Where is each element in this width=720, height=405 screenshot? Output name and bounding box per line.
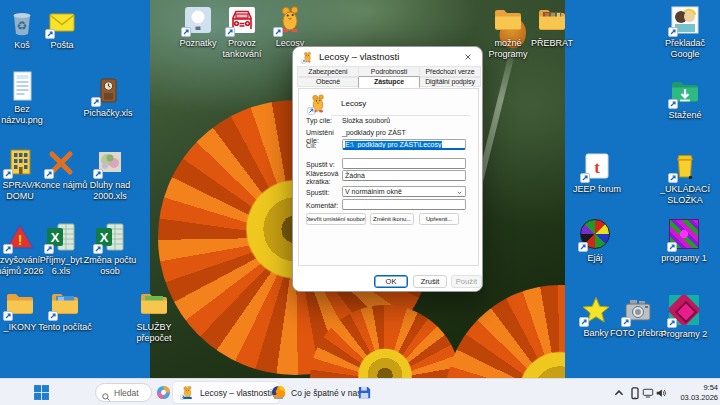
tray-device-icon[interactable]: [629, 387, 641, 399]
copilot-button[interactable]: [156, 385, 171, 400]
run-label: Spustit:: [306, 189, 342, 197]
hotkey-input[interactable]: Žádná: [342, 170, 466, 181]
advanced-button[interactable]: Upřesnit...: [419, 213, 459, 225]
target-input[interactable]: E:\_podklady pro ZÁST\Lecosy: [342, 139, 466, 150]
orange-flower-bottom-right: [445, 285, 565, 378]
target-type-label: Typ cíle:: [306, 117, 342, 125]
desktop-icon-zmena-poctu[interactable]: XZměna počtuosob: [78, 221, 142, 276]
target-location-value: _podklady pro ZÁST: [342, 129, 406, 136]
tray-network-icon[interactable]: [642, 387, 654, 399]
icon-label: Programy 2: [652, 329, 716, 340]
start-button[interactable]: [33, 384, 50, 401]
start-in-label: Spustit v:: [306, 161, 342, 169]
run-select-value: V normálním okně: [345, 188, 402, 195]
shortcut-arrow-icon: [93, 169, 103, 179]
icon-label: Změna počtuosob: [78, 255, 142, 276]
svg-text:!: !: [18, 232, 23, 248]
money-icon: [94, 146, 126, 178]
firefox-icon: [271, 385, 286, 400]
apply-button[interactable]: Použít: [451, 275, 482, 288]
clock[interactable]: 9:54 03.03.2026: [664, 383, 718, 402]
desktop-icon-dluhy[interactable]: Dluhy nad2000.xls: [78, 146, 142, 201]
faces-icon: [669, 4, 701, 36]
desktop-icon-programy-2[interactable]: Programy 2: [652, 294, 716, 340]
tab-strip: Zabezpečení Podrobnosti Předchozí verze …: [297, 66, 480, 87]
dialog-titlebar[interactable]: Lecosy – vlastnosti: [293, 47, 482, 66]
desktop-icon-posta[interactable]: Pošta: [30, 6, 94, 51]
icon-label: Pošta: [30, 40, 94, 51]
target-label: Cíl:: [306, 142, 342, 150]
shortcut-arrow-icon: [3, 311, 13, 321]
shortcut-arrow-icon: [48, 311, 58, 321]
ok-button[interactable]: OK: [374, 275, 408, 288]
folder-green-icon: [138, 288, 170, 320]
properties-dialog: Lecosy – vlastnosti Zabezpečení Podrobno…: [292, 46, 483, 292]
shortcut-arrow-icon: [579, 317, 589, 327]
kaleido1-icon: [668, 219, 700, 251]
envelope-icon: [46, 6, 78, 38]
chevron-down-icon: [456, 189, 463, 196]
desktop-icon-lecosy[interactable]: Lecosy: [258, 4, 322, 49]
icon-label: Dluhy nad2000.xls: [78, 180, 142, 201]
desktop-icon-jeep-forum[interactable]: tJEEP forum: [565, 150, 629, 195]
icon-label: JEEP forum: [565, 184, 629, 195]
clock-time: 9:54: [664, 383, 718, 393]
desktop-icon-bez-nazvu[interactable]: Beznázvu.png: [0, 70, 54, 125]
taskbar: Hledat Lecosy – vlastnosti Co je špatné …: [0, 378, 720, 405]
shortcut-arrow-icon: [44, 169, 54, 179]
hotkey-label: Klávesová zkratka:: [306, 170, 340, 186]
shortcut-arrow-icon: [3, 244, 13, 254]
tab-predchozi-verze[interactable]: Předchozí verze: [419, 66, 481, 77]
shortcut-arrow-icon: [668, 99, 678, 109]
shortcut-arrow-icon: [273, 27, 283, 37]
hidden-icons-chevron[interactable]: [613, 387, 625, 399]
desktop-icon-tento-pocitac[interactable]: Tento počítač: [33, 288, 97, 333]
active-window-indicator: [183, 397, 192, 400]
car-icon: [226, 4, 258, 36]
tab-digitalni-podpisy[interactable]: Digitální podpisy: [419, 77, 481, 88]
shortcut-arrow-icon: [225, 27, 235, 37]
save-icon[interactable]: [357, 385, 372, 400]
icon-label: _UKLÁDACÍSLOŽKA: [653, 184, 717, 205]
desktop-icon-ejaj[interactable]: Ejáj: [563, 218, 627, 264]
desktop-icon-prebrat[interactable]: PŘEBRAT: [520, 4, 584, 49]
desktop-icon-programy-1[interactable]: programy 1: [652, 218, 716, 264]
shortcut-arrow-icon: [668, 173, 678, 183]
start-in-input[interactable]: [342, 158, 466, 169]
shortcut-tab-panel: Lecosy Typ cíle: Složka souborů Umístění…: [298, 88, 479, 266]
tab-zastupce[interactable]: Zástupce: [358, 76, 420, 88]
image-doc-icon: [6, 70, 38, 102]
tab-zabezpeceni[interactable]: Zabezpečení: [297, 66, 359, 77]
comment-input[interactable]: [342, 199, 466, 210]
shortcut-arrow-icon: [667, 318, 677, 328]
shortcut-arrow-icon: [578, 242, 588, 252]
open-file-location-button[interactable]: Otevřít umístění souboru: [306, 213, 366, 225]
shortcut-arrow-icon: [668, 27, 678, 37]
run-select[interactable]: V normálním okně: [342, 186, 466, 197]
desktop-icon-pichacky[interactable]: Pichačky.xls: [76, 74, 140, 119]
camera-icon: [622, 294, 654, 326]
clock-date: 03.03.2026: [664, 393, 718, 403]
tab-podrobnosti[interactable]: Podrobnosti: [358, 66, 420, 77]
cancel-button[interactable]: Zrušit: [413, 275, 447, 288]
search-box[interactable]: Hledat: [95, 383, 152, 402]
folder-pc-icon: [49, 288, 81, 320]
folder-download-icon: [669, 76, 701, 108]
change-icon-button[interactable]: Změnit ikonu...: [370, 213, 414, 225]
search-placeholder: Hledat: [114, 388, 139, 398]
tab-obecne[interactable]: Obecné: [297, 77, 359, 88]
desktop-icon-stazene[interactable]: Stažené: [653, 76, 717, 121]
target-type-value: Složka souborů: [342, 117, 390, 124]
cross-icon: [45, 146, 77, 178]
umbrella-icon: [579, 219, 611, 251]
shortcut-arrow-icon: [181, 27, 191, 37]
desktop-icon-ukladaci-slozka[interactable]: _UKLÁDACÍSLOŽKA: [653, 150, 717, 205]
icon-label: Beznázvu.png: [0, 104, 54, 125]
shortcut-arrow-icon: [91, 97, 101, 107]
desktop-icon-sluzby-prepocet[interactable]: SLUŽBYpřepočet: [122, 288, 186, 343]
mouse-icon: [307, 93, 329, 115]
desktop-icon-prekladac-google[interactable]: PřekladačGoogle: [653, 4, 717, 59]
close-icon[interactable]: [460, 51, 475, 63]
selected-text: E:\_podklady pro ZÁST\Lecosy: [345, 141, 442, 148]
svg-text:♻: ♻: [17, 19, 28, 33]
